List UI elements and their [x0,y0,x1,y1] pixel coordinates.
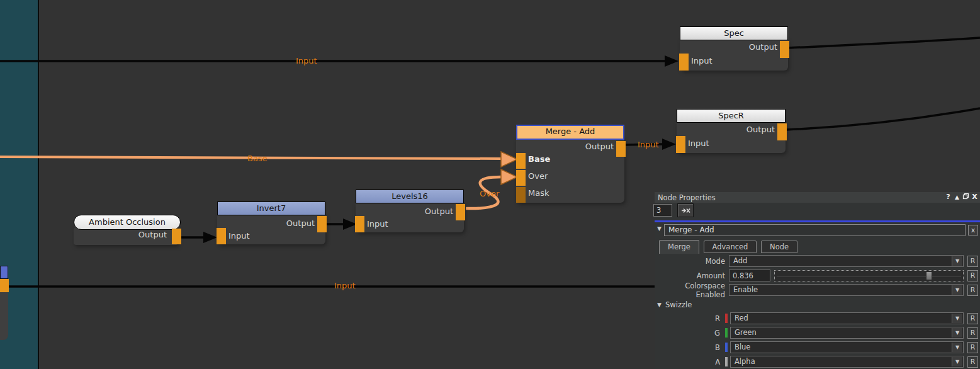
node-levels16[interactable]: Levels16 Output Input [356,190,464,232]
node-merge-mask-port[interactable] [516,187,526,203]
wire-over[interactable] [466,177,501,208]
node-merge-mask-label: Mask [528,188,549,198]
wire-ao-to-invert-arrowhead [203,232,217,243]
node-invert7-input-port[interactable] [217,228,226,244]
node-ambient-occlusion-output-port[interactable] [172,229,181,244]
swizzle-r-dropdown[interactable]: Red ▼ [730,312,964,324]
swizzle-r-reset-button[interactable]: R [967,313,978,324]
swizzle-row-r: R Red ▼ R [655,311,980,326]
chevron-down-icon[interactable]: ▼ [952,357,962,366]
node-graph-canvas[interactable]: Input Base Over Input Input Spec Output … [0,0,980,369]
merge-node-header[interactable]: ▼ Merge - Add x [655,224,980,239]
chevron-down-icon[interactable]: ▼ [952,285,962,295]
wire-specr-output[interactable] [786,108,980,130]
node-specr-input-port[interactable] [676,136,685,153]
node-specr-input-label: Input [688,139,709,148]
chevron-down-icon[interactable]: ▼ [952,328,962,338]
node-spec[interactable]: Spec Output Input [680,26,788,71]
swizzle-a-dropdown[interactable]: Alpha ▼ [730,356,964,368]
node-ambient-occlusion-title[interactable]: Ambient Occlusion [74,215,181,230]
green-channel-bar [725,328,728,338]
node-offscreen-output-port[interactable] [0,279,9,292]
wire-merge-to-specr[interactable] [625,144,663,145]
node-offscreen-title-edge[interactable] [0,266,8,279]
swizzle-row-a: A Alpha ▼ R [655,355,980,369]
colorspace-dropdown[interactable]: Enable ▼ [729,284,964,296]
close-node-properties-icon[interactable]: x [968,225,978,236]
tab-merge[interactable]: Merge [659,240,699,254]
swizzle-g-reset-button[interactable]: R [967,327,978,339]
close-panel-icon[interactable]: X [971,193,979,202]
node-ambient-occlusion-output-label: Output [138,230,167,239]
colorspace-row: Colorspace Enabled Enable ▼ R [655,283,980,297]
node-spec-input-label: Input [691,56,712,65]
mode-dropdown[interactable]: Add ▼ [729,255,964,267]
swizzle-g-value: Green [735,328,757,337]
wire-base[interactable] [0,157,502,159]
amount-input[interactable] [729,270,770,281]
swizzle-section-header[interactable]: ▼ Swizzle [655,298,980,311]
restore-window-icon[interactable] [962,193,970,202]
node-offscreen-body [0,292,8,340]
node-ambient-occlusion[interactable]: Ambient Occlusion Output [74,215,181,245]
wire-input-top-arrowhead [665,55,679,67]
amount-reset-button[interactable]: R [967,270,978,281]
node-spec-output-port[interactable] [780,41,789,58]
swizzle-b-dropdown[interactable]: Blue ▼ [730,341,964,353]
clear-properties-icon[interactable] [677,203,694,217]
swizzle-row-b: B Blue ▼ R [655,340,980,355]
wire-spec-output[interactable] [789,38,980,48]
node-spec-title[interactable]: Spec [680,26,788,40]
collapse-node-icon[interactable]: ▼ [657,225,662,232]
amount-slider-groove [777,276,961,277]
node-count-input[interactable] [653,204,672,217]
swizzle-b-reset-button[interactable]: R [967,342,978,353]
tab-node[interactable]: Node [761,241,797,253]
colorspace-reset-button[interactable]: R [967,285,978,296]
node-spec-input-port[interactable] [679,54,689,71]
node-specr-title[interactable]: SpecR [677,109,786,123]
node-merge-base-port[interactable] [516,153,526,169]
tab-advanced[interactable]: Advanced [704,241,757,253]
node-levels16-input-port[interactable] [355,216,364,232]
swizzle-g-dropdown[interactable]: Green ▼ [730,327,964,339]
node-levels16-output-port[interactable] [456,204,465,220]
node-properties-toolbar [655,203,980,220]
pin-icon[interactable]: ▲ [953,193,961,202]
merge-node-header-title[interactable]: Merge - Add [664,224,966,236]
node-specr[interactable]: SpecR Output Input [677,109,786,153]
swizzle-a-reset-button[interactable]: R [967,356,978,368]
swizzle-a-label: A [655,358,724,366]
node-invert7-output-port[interactable] [317,216,327,232]
wire-merge-to-specr-arrowhead [662,139,676,150]
amount-slider[interactable] [774,270,964,281]
node-levels16-input-label: Input [367,219,388,229]
wire-base-arrowhead [501,152,517,167]
collapse-section-icon[interactable]: ▼ [657,302,662,308]
swizzle-a-value: Alpha [735,357,755,366]
node-properties-titlebar[interactable]: Node Properties ? ▲ X [655,192,980,203]
colorspace-label: Colorspace Enabled [655,281,729,299]
blue-channel-bar [725,343,728,352]
amount-label: Amount [655,271,729,280]
mode-reset-button[interactable]: R [967,256,978,267]
chevron-down-icon[interactable]: ▼ [952,343,962,352]
alpha-channel-bar [725,357,728,366]
node-merge-over-port[interactable] [516,170,526,186]
node-invert7-title[interactable]: Invert7 [217,202,325,215]
chevron-down-icon[interactable]: ▼ [952,256,962,266]
node-levels16-output-label: Output [425,207,453,216]
swizzle-b-label: B [655,343,724,352]
help-icon[interactable]: ? [944,193,952,202]
chevron-down-icon[interactable]: ▼ [952,314,962,323]
node-merge-add-title[interactable]: Merge - Add [516,125,624,140]
node-specr-output-label: Output [746,125,775,134]
swizzle-r-label: R [655,314,724,323]
node-specr-output-port[interactable] [777,123,787,140]
node-merge-add[interactable]: Merge - Add Output Base Over Mask [516,125,624,203]
amount-slider-handle[interactable] [926,271,932,280]
node-invert7[interactable]: Invert7 Output Input [217,202,325,244]
node-levels16-title[interactable]: Levels16 [356,190,464,203]
swizzle-section-title: Swizzle [665,300,692,309]
node-merge-output-port[interactable] [616,141,626,157]
